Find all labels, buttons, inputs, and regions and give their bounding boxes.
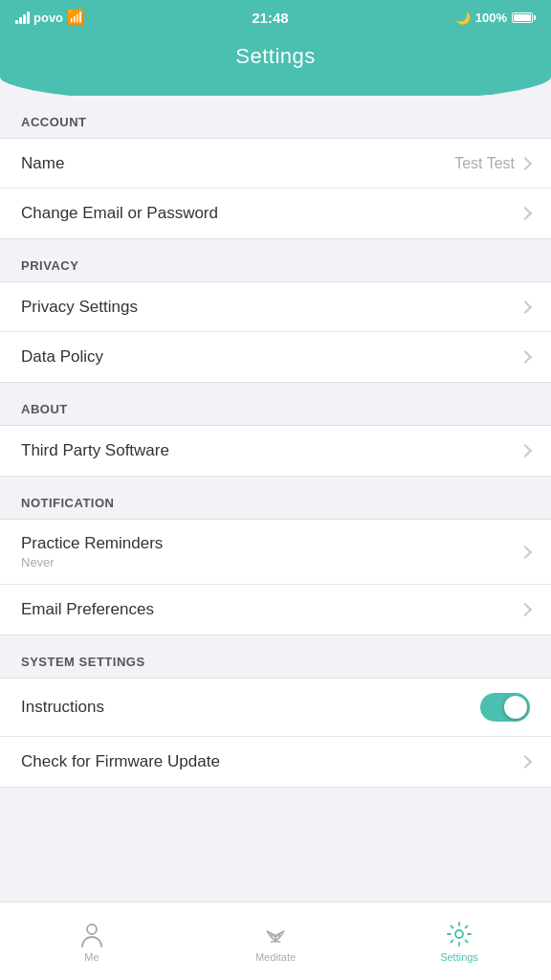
- status-right: 🌙 100%: [455, 11, 536, 25]
- row-name-chevron: [518, 156, 532, 169]
- section-about-header: ABOUT: [0, 383, 551, 425]
- battery-icon: [512, 12, 536, 23]
- section-about: ABOUT Third Party Software: [0, 383, 551, 477]
- row-email-preferences[interactable]: Email Preferences: [0, 585, 551, 635]
- section-system-settings-group: Instructions Check for Firmware Update: [0, 678, 551, 788]
- toggle-thumb: [504, 696, 527, 719]
- section-notification-header: NOTIFICATION: [0, 477, 551, 519]
- section-about-group: Third Party Software: [0, 425, 551, 477]
- row-practice-reminders-sublabel: Never: [21, 555, 163, 569]
- nav-item-meditate[interactable]: Meditate: [184, 921, 367, 963]
- row-change-email-chevron: [518, 207, 532, 220]
- nav-item-me[interactable]: Me: [0, 921, 184, 963]
- page-header: Settings: [0, 34, 551, 105]
- row-check-firmware-label: Check for Firmware Update: [21, 752, 220, 771]
- section-notification-label: NOTIFICATION: [21, 496, 114, 510]
- toggle-track: [480, 693, 530, 722]
- row-name[interactable]: Name Test Test: [0, 139, 551, 189]
- row-practice-reminders-label: Practice Reminders: [21, 534, 163, 553]
- wifi-icon: 📶: [67, 9, 85, 26]
- row-practice-reminders[interactable]: Practice Reminders Never: [0, 520, 551, 585]
- row-privacy-settings-label: Privacy Settings: [21, 298, 138, 317]
- row-check-firmware-chevron: [518, 755, 532, 768]
- row-change-email-label: Change Email or Password: [21, 204, 218, 223]
- instructions-toggle[interactable]: [480, 693, 530, 722]
- row-instructions-label: Instructions: [21, 698, 104, 717]
- nav-meditate-label: Meditate: [255, 951, 296, 963]
- bottom-nav: Me Meditate Settings: [0, 902, 551, 980]
- status-bar: povo 📶 21:48 🌙 100%: [0, 0, 551, 34]
- row-third-party-label: Third Party Software: [21, 441, 169, 460]
- row-practice-reminders-chevron: [518, 545, 532, 558]
- row-privacy-settings-chevron: [518, 300, 532, 313]
- page-title: Settings: [0, 44, 551, 69]
- section-privacy-label: PRIVACY: [21, 258, 78, 273]
- section-privacy-group: Privacy Settings Data Policy: [0, 281, 551, 383]
- settings-icon: [446, 921, 473, 947]
- row-change-email[interactable]: Change Email or Password: [0, 189, 551, 238]
- section-account-group: Name Test Test Change Email or Password: [0, 138, 551, 239]
- row-third-party[interactable]: Third Party Software: [0, 426, 551, 476]
- signal-icon: [15, 11, 30, 24]
- section-about-label: ABOUT: [21, 402, 68, 416]
- moon-icon: 🌙: [455, 11, 471, 25]
- row-third-party-chevron: [518, 444, 532, 457]
- nav-me-label: Me: [84, 951, 99, 963]
- section-account-header: ACCOUNT: [0, 96, 551, 138]
- row-check-firmware[interactable]: Check for Firmware Update: [0, 737, 551, 787]
- row-instructions[interactable]: Instructions: [0, 679, 551, 737]
- settings-content: ACCOUNT Name Test Test Change Email or P…: [0, 96, 551, 864]
- section-privacy-header: PRIVACY: [0, 239, 551, 281]
- status-left: povo 📶: [15, 9, 85, 26]
- section-system-settings: SYSTEM SETTINGS Instructions Check for F…: [0, 635, 551, 788]
- row-data-policy-chevron: [518, 350, 532, 364]
- me-icon: [78, 921, 105, 947]
- carrier-label: povo: [33, 11, 63, 25]
- section-notification: NOTIFICATION Practice Reminders Never Em…: [0, 477, 551, 635]
- section-system-settings-label: SYSTEM SETTINGS: [21, 655, 145, 669]
- nav-settings-label: Settings: [440, 951, 478, 963]
- row-email-preferences-chevron: [518, 603, 532, 616]
- section-notification-group: Practice Reminders Never Email Preferenc…: [0, 519, 551, 635]
- row-data-policy[interactable]: Data Policy: [0, 332, 551, 382]
- row-name-value: Test Test: [454, 155, 515, 172]
- svg-point-1: [455, 930, 463, 938]
- section-account-label: ACCOUNT: [21, 115, 87, 129]
- section-privacy: PRIVACY Privacy Settings Data Policy: [0, 239, 551, 383]
- nav-item-settings[interactable]: Settings: [367, 921, 551, 963]
- section-account: ACCOUNT Name Test Test Change Email or P…: [0, 96, 551, 239]
- row-data-policy-label: Data Policy: [21, 347, 103, 367]
- meditate-icon: [262, 921, 289, 947]
- svg-point-0: [87, 924, 97, 934]
- row-privacy-settings[interactable]: Privacy Settings: [0, 282, 551, 332]
- status-time: 21:48: [252, 10, 288, 26]
- section-system-settings-header: SYSTEM SETTINGS: [0, 635, 551, 678]
- battery-percent: 100%: [475, 11, 507, 25]
- row-email-preferences-label: Email Preferences: [21, 600, 154, 619]
- row-name-label: Name: [21, 154, 64, 173]
